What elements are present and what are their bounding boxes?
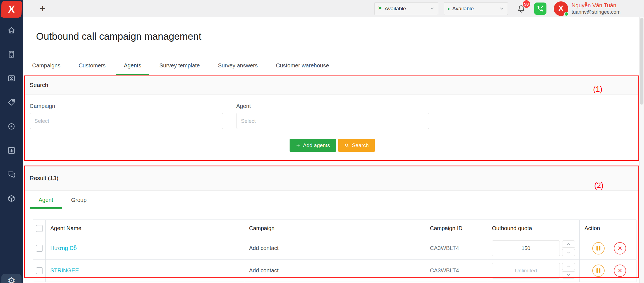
table-row: Hương Đỗ Add contact CA3WBLT4 — [33, 237, 636, 260]
tab-agent[interactable]: Agent — [30, 191, 62, 209]
monitor-icon[interactable] — [7, 122, 16, 131]
agent-status-value: Available — [385, 6, 406, 12]
col-agent-name: Agent Name — [46, 220, 244, 237]
search-fields: Campaign Agent — [24, 103, 639, 129]
pause-icon — [596, 246, 598, 251]
contacts-icon[interactable] — [7, 74, 16, 83]
new-tab-button[interactable]: + — [40, 4, 46, 14]
logo-x-icon: X — [8, 3, 15, 15]
settings-tile[interactable]: ⚙ — [1, 274, 22, 283]
topbar: + ⚑ Available ● Available 58 — [23, 0, 644, 17]
plus-icon — [296, 143, 300, 148]
quota-input[interactable] — [492, 263, 560, 279]
add-agents-label: Add agents — [303, 142, 330, 148]
agents-table: Agent Name Campaign Campaign ID Outbound… — [33, 220, 636, 282]
notifications-button[interactable]: 58 — [517, 4, 526, 13]
chevron-down-icon — [430, 6, 435, 11]
online-status-dot — [564, 12, 569, 16]
call-status-dropdown[interactable]: ● Available — [444, 2, 508, 15]
page-title: Outbound call campaign management — [36, 31, 639, 42]
quota-input[interactable] — [492, 240, 560, 256]
products-icon[interactable] — [7, 194, 16, 203]
user-email: tuannv@stringee.com — [572, 9, 621, 15]
quota-increment-button[interactable] — [562, 263, 575, 270]
col-campaign: Campaign — [244, 220, 425, 237]
result-section-header: Result (13) — [24, 166, 639, 191]
user-avatar[interactable]: X — [554, 1, 568, 16]
campaign-cell: Add contact — [244, 260, 425, 282]
agent-name-link[interactable]: Hương Đỗ — [50, 245, 77, 251]
search-section-header: Search — [24, 76, 639, 95]
remove-agent-button[interactable]: ✕ — [614, 265, 626, 277]
table-header-row: Agent Name Campaign Campaign ID Outbound… — [33, 220, 636, 237]
search-buttons: Add agents Search — [290, 139, 639, 152]
col-action: Action — [580, 220, 636, 237]
agent-field-label: Agent — [236, 103, 429, 109]
table-row: STRINGEE Add contact CA3WBLT4 — [33, 260, 636, 282]
tags-icon[interactable] — [7, 98, 16, 107]
reports-icon[interactable] — [7, 146, 16, 155]
remove-agent-button[interactable]: ✕ — [614, 242, 626, 254]
user-name: Nguyễn Văn Tuấn — [572, 2, 621, 9]
tab-survey-template[interactable]: Survey template — [151, 62, 208, 75]
sidebar-nav — [0, 25, 23, 203]
col-outbound-quota: Outbound quota — [487, 220, 580, 237]
add-agents-button[interactable]: Add agents — [290, 139, 336, 152]
agent-name-link[interactable]: STRINGEE — [50, 267, 79, 273]
row-checkbox[interactable] — [36, 245, 43, 252]
search-button-label: Search — [352, 142, 369, 148]
search-section: Search Campaign Agent Add agents — [24, 76, 639, 161]
close-icon: ✕ — [617, 267, 622, 274]
agent-select[interactable] — [236, 113, 429, 129]
company-icon[interactable] — [7, 49, 16, 59]
quota-increment-button[interactable] — [562, 240, 575, 248]
search-button[interactable]: Search — [338, 139, 375, 152]
result-tabs: Agent Group — [24, 191, 639, 209]
close-icon: ✕ — [617, 245, 622, 252]
campaign-id-cell: CA3WBLT4 — [425, 237, 487, 260]
tab-customers[interactable]: Customers — [71, 62, 113, 75]
select-all-checkbox[interactable] — [36, 225, 43, 232]
sidebar: X ⚙ — [0, 0, 23, 283]
chat-icon[interactable] — [7, 170, 16, 179]
notification-badge: 58 — [523, 0, 530, 8]
scrollbar — [639, 17, 644, 283]
tab-survey-answers[interactable]: Survey answers — [210, 62, 266, 75]
pause-agent-button[interactable] — [592, 242, 605, 254]
campaign-select[interactable] — [30, 113, 223, 129]
status-dot-icon: ● — [448, 7, 450, 11]
quota-decrement-button[interactable] — [562, 249, 575, 256]
chevron-down-icon — [499, 6, 504, 11]
quota-stepper — [562, 240, 575, 256]
campaign-id-cell: CA3WBLT4 — [425, 260, 487, 282]
gear-icon: ⚙ — [8, 275, 16, 283]
flag-icon: ⚑ — [378, 6, 382, 11]
campaign-cell: Add contact — [244, 237, 425, 260]
user-info: Nguyễn Văn Tuấn tuannv@stringee.com — [572, 2, 621, 15]
tab-customer-warehouse[interactable]: Customer warehouse — [268, 62, 337, 75]
campaign-field-label: Campaign — [30, 103, 223, 109]
agent-status-dropdown[interactable]: ⚑ Available — [374, 2, 438, 15]
page-tabs: Campaigns Customers Agents Survey templa… — [24, 62, 639, 75]
topbar-right: ⚑ Available ● Available 58 X — [374, 1, 644, 16]
col-campaign-id: Campaign ID — [425, 220, 487, 237]
phone-call-icon — [537, 5, 544, 12]
tab-agents[interactable]: Agents — [116, 62, 149, 75]
tab-group[interactable]: Group — [62, 191, 96, 209]
stringeex-logo[interactable]: X — [1, 1, 22, 18]
pause-agent-button[interactable] — [592, 265, 605, 277]
tab-campaigns[interactable]: Campaigns — [24, 62, 68, 75]
home-icon[interactable] — [7, 25, 16, 35]
result-section: Result (13) Agent Group Agent Name Campa… — [24, 166, 639, 283]
quota-decrement-button[interactable] — [562, 271, 575, 279]
outbound-call-button[interactable] — [534, 3, 546, 15]
pause-icon — [596, 268, 598, 273]
main-content: Outbound call campaign management Campai… — [23, 17, 639, 283]
quota-stepper — [562, 263, 575, 279]
scrollbar-thumb[interactable] — [640, 18, 643, 105]
search-icon — [344, 143, 349, 148]
avatar-x-icon: X — [558, 4, 564, 13]
row-checkbox[interactable] — [36, 267, 43, 274]
call-status-value: Available — [452, 6, 474, 12]
